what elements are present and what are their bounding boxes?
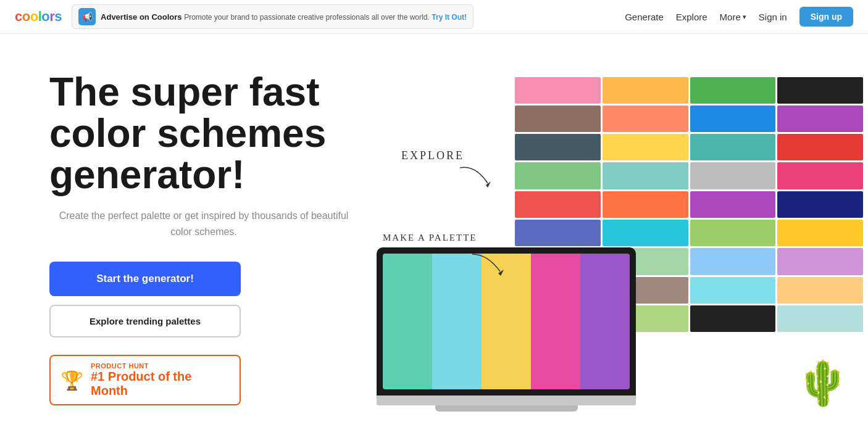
laptop-base (377, 395, 636, 405)
color-strip-5 (580, 254, 630, 389)
color-strip-1 (383, 254, 432, 389)
cactus-icon: 🌵 (796, 358, 849, 408)
product-hunt-rank: #1 Product of the Month (91, 370, 230, 398)
right-column: EXPLORE MAKE A PALETTE (383, 54, 819, 424)
start-generator-button[interactable]: Start the generator! (49, 262, 241, 296)
explore-arrow (457, 162, 494, 193)
laptop-mockup (377, 247, 636, 412)
trophy-icon: 🏆 (61, 370, 83, 391)
nav-left: coolors 📢 Advertise on Coolors Promote y… (15, 4, 474, 29)
chevron-down-icon: ▾ (743, 13, 746, 21)
explore-label: EXPLORE (401, 149, 464, 162)
nav-generate[interactable]: Generate (625, 12, 664, 22)
laptop-foot (435, 405, 578, 412)
product-hunt-badge[interactable]: 🏆 Product Hunt #1 Product of the Month (49, 355, 241, 405)
logo[interactable]: coolors (15, 9, 62, 25)
nav-more-menu[interactable]: More ▾ (720, 12, 746, 22)
ad-desc: Promote your brand to passionate creativ… (184, 13, 430, 22)
product-hunt-label: Product Hunt (91, 362, 230, 370)
signup-button[interactable]: Sign up (799, 7, 853, 27)
ad-cta[interactable]: Try It Out! (432, 13, 467, 22)
ad-icon: 📢 (78, 8, 96, 25)
signin-button[interactable]: Sign in (759, 12, 787, 22)
ad-title: Advertise on Coolors (101, 12, 182, 22)
nav-explore[interactable]: Explore (676, 12, 707, 22)
hero-subtitle: Create the perfect palette or get inspir… (49, 208, 358, 239)
left-column: The super fast color schemes generator! … (49, 72, 358, 406)
main-content: The super fast color schemes generator! … (0, 34, 868, 443)
make-palette-label: MAKE A PALETTE (383, 233, 477, 243)
explore-palettes-button[interactable]: Explore trending palettes (49, 305, 241, 337)
hero-title: The super fast color schemes generator! (49, 72, 358, 196)
ad-banner: 📢 Advertise on Coolors Promote your bran… (72, 4, 474, 29)
palette-arrow (469, 248, 506, 279)
navbar: coolors 📢 Advertise on Coolors Promote y… (0, 0, 868, 34)
nav-right: Generate Explore More ▾ Sign in Sign up (625, 7, 853, 27)
color-strip-4 (531, 254, 580, 389)
